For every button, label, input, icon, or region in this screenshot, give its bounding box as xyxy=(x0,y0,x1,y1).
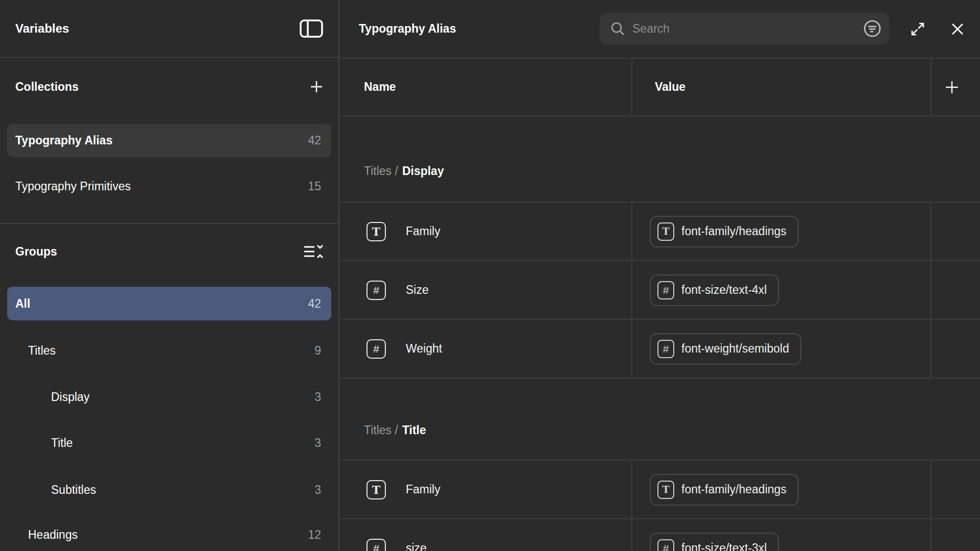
collection-label: Typography Primitives xyxy=(15,180,131,193)
column-divider xyxy=(631,59,632,115)
collapse-list-icon xyxy=(303,243,324,260)
sidebar-group-all[interactable]: All 42 xyxy=(7,287,331,320)
group-path-name: Title xyxy=(402,423,426,437)
value-chip[interactable]: T font-family/headings xyxy=(650,474,799,506)
collapse-groups-button[interactable] xyxy=(303,243,324,260)
variable-row-weight[interactable]: # Weight # font-weight/semibold xyxy=(340,320,980,379)
close-icon xyxy=(949,21,966,37)
group-count: 3 xyxy=(314,436,321,450)
text-variable-icon: T xyxy=(366,480,386,499)
value-chip[interactable]: # font-weight/semibold xyxy=(650,333,801,365)
column-divider xyxy=(930,519,932,551)
column-divider xyxy=(631,461,632,518)
group-count: 3 xyxy=(314,390,321,404)
group-label: Subtitles xyxy=(51,483,96,497)
collection-label: Typography Alias xyxy=(15,134,112,147)
icon-glyph: # xyxy=(663,285,669,295)
sidebar-group-subtitles[interactable]: Subtitles 3 xyxy=(7,473,331,507)
variable-row-size[interactable]: # size # font-size/text-3xl xyxy=(340,519,980,551)
search-input[interactable]: Search xyxy=(600,13,889,44)
groups-header-label: Groups xyxy=(15,245,57,259)
sidebar-header: Variables xyxy=(0,0,338,58)
search-icon xyxy=(610,21,625,36)
table-header-row: Name Value xyxy=(340,59,980,116)
column-divider xyxy=(930,461,932,518)
sidebar-group-display[interactable]: Display 3 xyxy=(7,380,331,414)
search-placeholder: Search xyxy=(632,22,859,36)
icon-glyph: # xyxy=(373,543,379,551)
variables-table-panel: Typography Alias Search xyxy=(340,0,980,551)
variable-row-family[interactable]: T Family T font-family/headings xyxy=(340,203,980,261)
group-count: 42 xyxy=(308,297,321,311)
value-chip-label: font-family/headings xyxy=(681,483,787,496)
group-band-titles-display: Titles /Display xyxy=(340,116,980,203)
add-collection-button[interactable] xyxy=(309,79,324,94)
add-variable-button[interactable] xyxy=(942,77,962,97)
column-header-value: Value xyxy=(655,59,685,115)
number-variable-icon: # xyxy=(366,281,386,300)
value-chip[interactable]: # font-size/text-3xl xyxy=(650,533,779,551)
group-path-name: Display xyxy=(402,164,444,178)
collections-header-label: Collections xyxy=(15,80,79,94)
icon-glyph: T xyxy=(372,484,380,495)
group-path-prefix: Titles / xyxy=(364,423,398,437)
icon-glyph: T xyxy=(372,226,380,237)
sidebar-group-headings[interactable]: Headings 12 xyxy=(7,518,331,551)
column-divider xyxy=(930,320,932,378)
column-divider xyxy=(631,320,632,378)
group-count: 3 xyxy=(314,483,321,497)
icon-glyph: # xyxy=(663,343,669,354)
groups-section-header: Groups xyxy=(0,240,338,263)
group-label: Headings xyxy=(28,528,78,542)
group-band-label: Titles /Display xyxy=(364,164,444,178)
number-variable-icon: # xyxy=(366,539,386,551)
sidebar-group-titles[interactable]: Titles 9 xyxy=(7,334,331,367)
value-chip-label: font-size/text-3xl xyxy=(681,541,767,551)
column-divider xyxy=(631,519,632,551)
variable-name: Family xyxy=(406,203,440,260)
text-variable-icon: T xyxy=(366,222,386,241)
toggle-sidebar-button[interactable] xyxy=(300,19,323,38)
column-divider xyxy=(930,203,932,260)
text-variable-icon: T xyxy=(657,222,674,241)
icon-glyph: # xyxy=(663,543,669,551)
expand-icon xyxy=(909,20,926,38)
column-divider xyxy=(631,203,632,260)
variable-row-family[interactable]: T Family T font-family/headings xyxy=(340,461,980,519)
column-header-name: Name xyxy=(364,59,396,115)
variable-name: Size xyxy=(406,261,429,319)
column-divider xyxy=(930,261,932,319)
value-chip[interactable]: T font-family/headings xyxy=(650,216,799,247)
collection-title: Typography Alias xyxy=(359,0,456,58)
column-divider xyxy=(930,59,932,115)
text-variable-icon: T xyxy=(657,481,674,499)
value-chip-label: font-family/headings xyxy=(681,224,787,238)
icon-glyph: # xyxy=(373,285,379,295)
main-header: Typography Alias Search xyxy=(340,0,980,59)
sidebar-item-typography-primitives[interactable]: Typography Primitives 15 xyxy=(7,170,331,203)
value-chip[interactable]: # font-size/text-4xl xyxy=(650,274,779,306)
expand-panel-button[interactable] xyxy=(908,19,928,39)
group-label: Display xyxy=(51,390,89,404)
panel-left-icon xyxy=(300,19,323,38)
group-label: Title xyxy=(51,436,73,450)
variable-row-size[interactable]: # Size # font-size/text-4xl xyxy=(340,261,980,320)
variable-name: Family xyxy=(406,461,440,518)
sidebar-group-title[interactable]: Title 3 xyxy=(7,426,331,460)
icon-glyph: # xyxy=(373,343,379,354)
variable-name: size xyxy=(406,519,427,551)
filter-button[interactable] xyxy=(859,15,886,42)
number-variable-icon: # xyxy=(657,340,674,358)
filter-icon xyxy=(861,17,884,40)
sidebar-divider xyxy=(0,223,338,224)
close-panel-button[interactable] xyxy=(947,19,968,39)
group-label: Titles xyxy=(28,344,56,358)
number-variable-icon: # xyxy=(366,339,386,359)
plus-icon xyxy=(944,79,960,95)
group-path-prefix: Titles / xyxy=(364,164,398,178)
sidebar-item-typography-alias[interactable]: Typography Alias 42 xyxy=(7,124,331,157)
variables-sidebar: Variables Collections Typography Alias 4… xyxy=(0,0,339,551)
value-chip-label: font-size/text-4xl xyxy=(681,283,767,297)
value-chip-label: font-weight/semibold xyxy=(681,342,789,356)
icon-glyph: T xyxy=(662,485,669,494)
